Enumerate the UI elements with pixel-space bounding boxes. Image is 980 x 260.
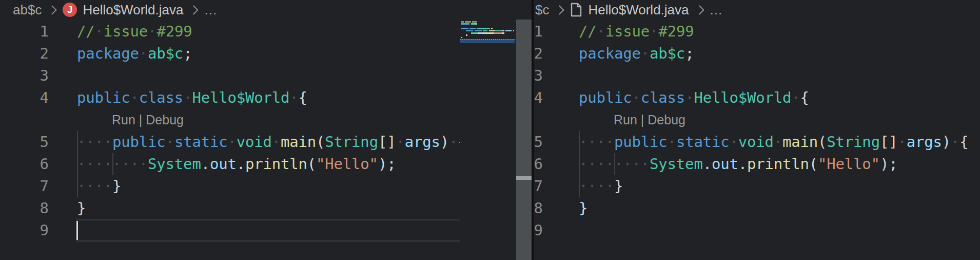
codelens-run-link[interactable]: Run bbox=[614, 113, 637, 127]
line-number: 7 bbox=[0, 175, 49, 197]
code-line[interactable]: ····} bbox=[579, 175, 623, 197]
line-number: 4 bbox=[0, 87, 49, 109]
code-line[interactable]: } bbox=[77, 197, 86, 219]
line-number: 9 bbox=[0, 219, 49, 242]
code-line[interactable]: public·class·Hello$World·{ bbox=[77, 87, 307, 109]
code-row: 3 bbox=[534, 65, 980, 87]
breadcrumb-folder[interactable]: ab$c bbox=[13, 2, 42, 18]
codelens-row: Run | Debug bbox=[534, 109, 980, 131]
code-row: 2package·ab$c; bbox=[534, 43, 980, 65]
code-line[interactable]: package·ab$c; bbox=[579, 43, 694, 65]
code-row: 1//·issue·#299 bbox=[534, 21, 980, 43]
code-line[interactable]: public·class·Hello$World·{ bbox=[579, 87, 809, 109]
breadcrumb-right: $c Hello$World.java ... bbox=[534, 0, 980, 20]
minimap[interactable] bbox=[460, 20, 516, 260]
code-line[interactable]: ········System.out.println("Hello"); bbox=[77, 153, 396, 175]
file-icon bbox=[570, 3, 582, 17]
vscode-split-editor: ab$c J Hello$World.java ... 1//·issue·#2… bbox=[0, 0, 980, 260]
code-row: 9 bbox=[534, 219, 980, 242]
code-row: 5····public·static·void·main(String[]·ar… bbox=[534, 131, 980, 153]
line-number: 2 bbox=[534, 43, 543, 65]
line-number: 2 bbox=[0, 43, 49, 65]
codelens-row: Run | Debug bbox=[0, 109, 460, 131]
codelens-debug-link[interactable]: Debug bbox=[648, 113, 685, 127]
codelens-debug-link[interactable]: Debug bbox=[146, 113, 184, 127]
line-number: 5 bbox=[534, 131, 543, 153]
line-number: 8 bbox=[0, 197, 49, 219]
editor-right: 1//·issue·#2992package·ab$c;34public·cla… bbox=[534, 20, 980, 260]
line-number: 5 bbox=[0, 131, 49, 153]
code-line[interactable]: //·issue·#299 bbox=[77, 21, 192, 43]
codelens-separator: | bbox=[637, 113, 648, 127]
code-area-right[interactable]: 1//·issue·#2992package·ab$c;34public·cla… bbox=[534, 20, 980, 260]
code-row: 5····public·static·void·main(String[]·ar… bbox=[0, 131, 460, 153]
line-number: 3 bbox=[534, 65, 543, 87]
code-row: 4public·class·Hello$World·{ bbox=[0, 87, 460, 109]
code-line[interactable]: ····public·static·void·main(String[]·arg… bbox=[77, 131, 460, 153]
code-row: 7····} bbox=[0, 175, 460, 197]
breadcrumb-left: ab$c J Hello$World.java ... bbox=[0, 0, 532, 20]
minimap-code bbox=[461, 21, 516, 42]
line-number: 8 bbox=[534, 197, 543, 219]
chevron-right-icon bbox=[189, 5, 199, 14]
line-number: 7 bbox=[534, 175, 543, 197]
breadcrumb-folder[interactable]: $c bbox=[535, 2, 549, 18]
code-line[interactable]: ····} bbox=[77, 175, 121, 197]
code-row: 6········System.out.println("Hello"); bbox=[534, 153, 980, 175]
line-number: 3 bbox=[0, 65, 49, 87]
code-row: 4public·class·Hello$World·{ bbox=[534, 87, 980, 109]
editor-left: 1//·issue·#2992package·ab$c;34public·cla… bbox=[0, 20, 532, 260]
editor-group-right: $c Hello$World.java ... 1//·issue·#2992p… bbox=[534, 0, 980, 260]
code-line[interactable]: ········System.out.println("Hello"); bbox=[579, 153, 897, 175]
java-class-icon: J bbox=[63, 3, 77, 17]
breadcrumb-file[interactable]: Hello$World.java bbox=[588, 2, 689, 18]
code-row: 7····} bbox=[534, 175, 980, 197]
breadcrumb-symbol[interactable]: ... bbox=[710, 2, 723, 18]
minimap-current-line bbox=[460, 39, 515, 43]
chevron-right-icon bbox=[695, 5, 704, 14]
line-number: 6 bbox=[0, 153, 49, 175]
text-cursor bbox=[76, 221, 78, 240]
code-line[interactable]: //·issue·#299 bbox=[579, 21, 694, 43]
editor-group-left: ab$c J Hello$World.java ... 1//·issue·#2… bbox=[0, 0, 532, 260]
code-line[interactable]: package·ab$c; bbox=[77, 43, 192, 65]
code-row: 9 bbox=[0, 219, 460, 242]
line-number: 1 bbox=[0, 21, 49, 43]
code-row: 2package·ab$c; bbox=[0, 43, 460, 65]
breadcrumb-symbol[interactable]: ... bbox=[204, 2, 217, 18]
line-number: 9 bbox=[534, 219, 543, 242]
line-number: 6 bbox=[534, 153, 543, 175]
code-row: 6········System.out.println("Hello"); bbox=[0, 153, 460, 175]
chevron-right-icon bbox=[48, 5, 57, 14]
breadcrumb-file[interactable]: Hello$World.java bbox=[83, 2, 183, 18]
code-line[interactable]: } bbox=[579, 197, 587, 219]
line-number: 4 bbox=[534, 87, 543, 109]
code-row: 3 bbox=[0, 65, 460, 87]
scrollbar-cursor-marker bbox=[516, 176, 532, 180]
vertical-scrollbar[interactable] bbox=[516, 20, 532, 260]
chevron-right-icon bbox=[555, 5, 564, 14]
code-row: 1//·issue·#299 bbox=[0, 21, 460, 43]
code-row: 8} bbox=[0, 197, 460, 219]
codelens-run-link[interactable]: Run bbox=[112, 113, 135, 127]
code-line[interactable]: ····public·static·void·main(String[]·arg… bbox=[579, 131, 969, 153]
code-row: 8} bbox=[534, 197, 980, 219]
line-number: 1 bbox=[534, 21, 543, 43]
codelens-separator: | bbox=[135, 113, 146, 127]
code-area-left[interactable]: 1//·issue·#2992package·ab$c;34public·cla… bbox=[0, 20, 460, 260]
